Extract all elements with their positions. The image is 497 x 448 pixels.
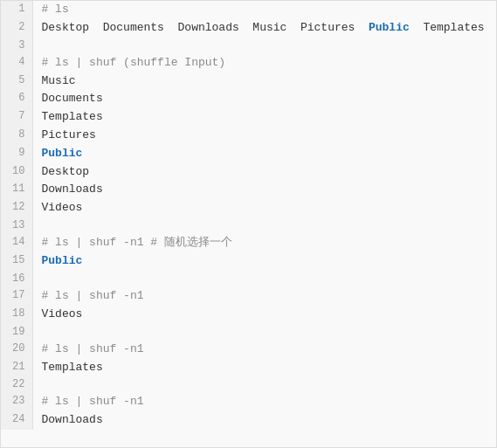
line-number: 23	[1, 393, 32, 411]
table-row: 18Videos	[1, 306, 497, 324]
line-number: 20	[1, 341, 32, 359]
code-span: Pictures	[42, 128, 96, 141]
table-row: 24Downloads	[1, 411, 497, 430]
table-row: 16	[1, 271, 497, 287]
table-row: 9Public	[1, 145, 497, 163]
code-span: Videos	[42, 201, 83, 214]
line-content: Templates	[32, 108, 497, 127]
code-span: Downloads	[42, 183, 103, 196]
line-number: 18	[1, 306, 32, 324]
line-content: Pictures	[32, 127, 497, 145]
line-number: 2	[1, 19, 32, 38]
code-span: Music	[42, 74, 76, 87]
table-row: 20# ls | shuf -n1	[1, 341, 497, 359]
table-row: 12Videos	[1, 199, 497, 217]
code-span: Videos	[42, 307, 83, 320]
table-row: 3	[1, 38, 497, 54]
line-number: 4	[1, 54, 32, 72]
code-span: Public	[42, 254, 83, 267]
line-content: Music	[32, 72, 497, 91]
table-row: 21Templates	[1, 359, 497, 377]
code-span: Public	[369, 21, 410, 34]
line-content	[32, 271, 497, 287]
line-content: # ls | shuf (shuffle Input)	[32, 54, 497, 72]
line-number: 12	[1, 199, 32, 217]
line-number: 15	[1, 252, 32, 271]
table-row: 7Templates	[1, 108, 497, 127]
code-span: Desktop	[42, 165, 90, 178]
line-number: 19	[1, 324, 32, 341]
code-span: Public	[42, 147, 83, 160]
line-content: # ls | shuf -n1 # 随机选择一个	[32, 234, 497, 252]
table-row: 5Music	[1, 72, 497, 91]
terminal-window: 1# ls2Desktop Documents Downloads Music …	[0, 0, 497, 448]
line-number: 24	[1, 411, 32, 430]
line-content: Downloads	[32, 181, 497, 199]
table-row: 17# ls | shuf -n1	[1, 287, 497, 306]
line-content	[32, 38, 497, 54]
code-span: # ls | shuf -n1 # 随机选择一个	[42, 236, 232, 249]
table-row: 19	[1, 324, 497, 341]
line-content	[32, 324, 497, 341]
line-content: Public	[32, 145, 497, 163]
code-span: # ls	[42, 3, 69, 16]
table-row: 14# ls | shuf -n1 # 随机选择一个	[1, 234, 497, 252]
line-number: 13	[1, 217, 32, 234]
table-row: 13	[1, 217, 497, 234]
line-content: # ls | shuf -n1	[32, 393, 497, 411]
line-content	[32, 376, 497, 393]
code-span: # ls | shuf (shuffle Input)	[42, 56, 226, 69]
table-row: 1# ls	[1, 1, 497, 19]
line-number: 7	[1, 108, 32, 127]
line-number: 22	[1, 376, 32, 393]
line-number: 9	[1, 145, 32, 163]
code-span: Templates	[42, 361, 103, 374]
code-span: Desktop Documents Downloads Music Pictur…	[42, 21, 369, 34]
table-row: 11Downloads	[1, 181, 497, 199]
table-row: 15Public	[1, 252, 497, 271]
line-number: 6	[1, 90, 32, 108]
code-span: # ls | shuf -n1	[42, 342, 144, 355]
line-content: Videos	[32, 199, 497, 217]
line-number: 10	[1, 163, 32, 182]
line-content: Videos	[32, 306, 497, 324]
line-content: Desktop	[32, 163, 497, 182]
table-row: 4# ls | shuf (shuffle Input)	[1, 54, 497, 72]
table-row: 6Documents	[1, 90, 497, 108]
code-span: Downloads	[42, 413, 103, 426]
line-number: 5	[1, 72, 32, 91]
table-row: 2Desktop Documents Downloads Music Pictu…	[1, 19, 497, 38]
line-content: # ls | shuf -n1	[32, 341, 497, 359]
line-content: Desktop Documents Downloads Music Pictur…	[32, 19, 497, 38]
table-row: 8Pictures	[1, 127, 497, 145]
code-span: Templates	[42, 110, 103, 123]
line-content	[32, 217, 497, 234]
line-number: 11	[1, 181, 32, 199]
line-content: # ls	[32, 1, 497, 19]
line-number: 21	[1, 359, 32, 377]
table-row: 10Desktop	[1, 163, 497, 182]
line-number: 16	[1, 271, 32, 287]
line-number: 14	[1, 234, 32, 252]
table-row: 23# ls | shuf -n1	[1, 393, 497, 411]
line-number: 17	[1, 287, 32, 306]
code-span: # ls | shuf -n1	[42, 395, 144, 408]
line-number: 1	[1, 1, 32, 19]
line-number: 3	[1, 38, 32, 54]
code-table: 1# ls2Desktop Documents Downloads Music …	[1, 1, 497, 430]
line-content: Templates	[32, 359, 497, 377]
line-content: Downloads	[32, 411, 497, 430]
line-number: 8	[1, 127, 32, 145]
code-span: Templates Videos	[410, 21, 497, 34]
code-span: Documents	[42, 92, 103, 105]
line-content: Documents	[32, 90, 497, 108]
line-content: Public	[32, 252, 497, 271]
line-content: # ls | shuf -n1	[32, 287, 497, 306]
table-row: 22	[1, 376, 497, 393]
code-span: # ls | shuf -n1	[42, 289, 144, 302]
